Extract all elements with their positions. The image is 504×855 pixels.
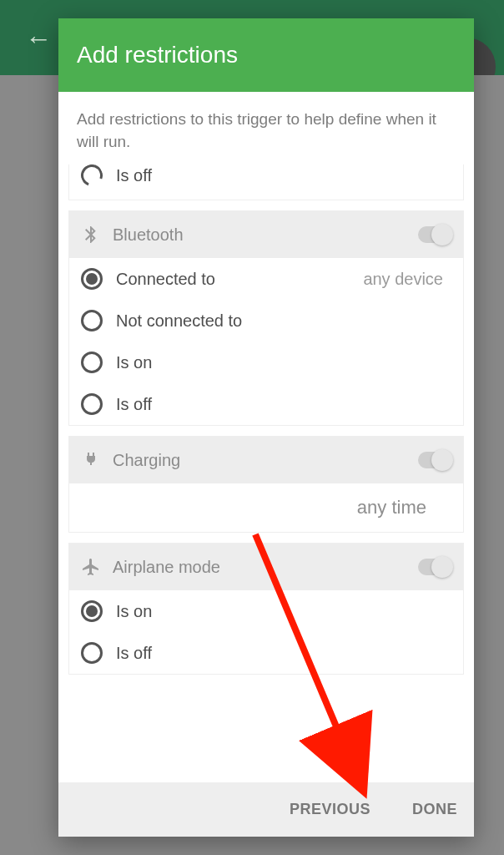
- section-charging: Charging any time: [68, 436, 464, 533]
- plug-icon: [81, 450, 101, 470]
- option-label: Is on: [116, 353, 451, 372]
- toggle-charging[interactable]: [418, 452, 451, 468]
- restrictions-scroll[interactable]: Is off Bluetooth Connected to any device…: [58, 164, 474, 782]
- add-restrictions-dialog: Add restrictions Add restrictions to thi…: [58, 18, 474, 837]
- radio-icon: [81, 268, 103, 290]
- option-extra: any device: [363, 270, 443, 289]
- section-title: Charging: [113, 451, 418, 470]
- toggle-bluetooth[interactable]: [418, 226, 451, 243]
- dialog-footer: PREVIOUS DONE: [58, 782, 474, 837]
- airplane-icon: [81, 557, 101, 577]
- radio-icon: [78, 164, 107, 190]
- back-arrow-icon: ←: [25, 23, 52, 54]
- charging-options: any time: [69, 483, 463, 532]
- radio-icon: [81, 393, 103, 415]
- option-label: Is on: [116, 602, 451, 621]
- section-title: Airplane mode: [113, 558, 418, 577]
- option-connected-to[interactable]: Connected to any device: [69, 258, 463, 300]
- airplane-options: Is on Is off: [69, 590, 463, 674]
- option-row-partial[interactable]: Is off: [68, 164, 464, 200]
- bluetooth-options: Connected to any device Not connected to…: [69, 258, 463, 425]
- option-label: Is off: [116, 644, 451, 663]
- section-header-bluetooth[interactable]: Bluetooth: [69, 211, 463, 258]
- option-is-on[interactable]: Is on: [69, 590, 463, 632]
- option-not-connected-to[interactable]: Not connected to: [69, 300, 463, 341]
- radio-icon: [81, 600, 103, 622]
- toggle-airplane[interactable]: [418, 559, 451, 575]
- dialog-description: Add restrictions to this trigger to help…: [58, 92, 474, 164]
- dialog-title: Add restrictions: [58, 18, 474, 92]
- option-is-off[interactable]: Is off: [69, 632, 463, 674]
- radio-icon: [81, 642, 103, 664]
- option-is-off[interactable]: Is off: [69, 383, 463, 425]
- section-header-charging[interactable]: Charging: [69, 437, 463, 483]
- radio-icon: [81, 352, 103, 373]
- section-airplane: Airplane mode Is on Is off: [68, 543, 464, 675]
- bluetooth-icon: [81, 225, 101, 245]
- previous-button[interactable]: PREVIOUS: [290, 801, 370, 818]
- done-button[interactable]: DONE: [412, 801, 457, 818]
- option-label: Connected to: [116, 270, 363, 289]
- option-is-on[interactable]: Is on: [69, 341, 463, 383]
- charging-subtext[interactable]: any time: [69, 483, 438, 532]
- option-label: Is off: [116, 166, 152, 185]
- option-label: Is off: [116, 395, 451, 414]
- section-header-airplane[interactable]: Airplane mode: [69, 544, 463, 590]
- section-bluetooth: Bluetooth Connected to any device Not co…: [68, 210, 464, 426]
- radio-icon: [81, 310, 103, 331]
- option-label: Not connected to: [116, 311, 451, 331]
- section-title: Bluetooth: [113, 225, 418, 245]
